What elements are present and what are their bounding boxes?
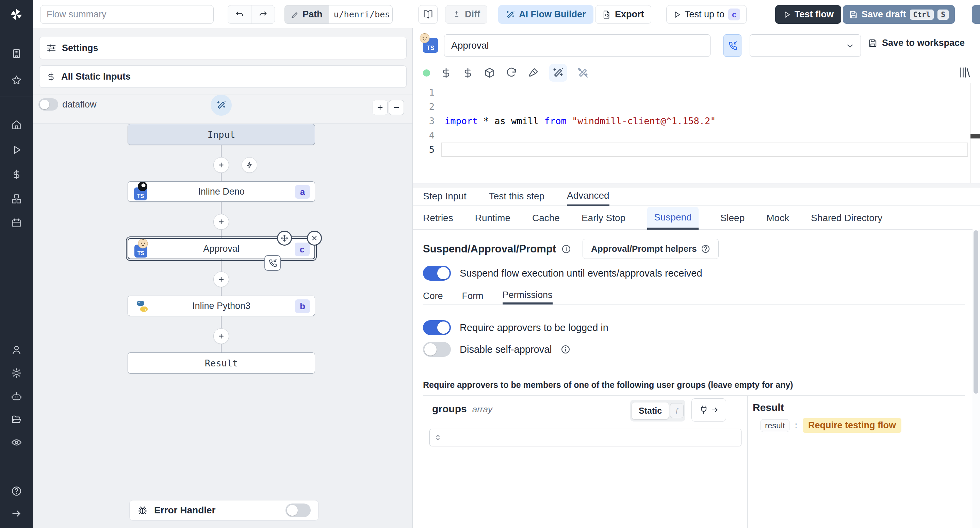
tab-test-this-step[interactable]: Test this step [489,187,544,205]
home-icon[interactable] [11,119,22,130]
tab-advanced[interactable]: Advanced [567,187,609,206]
audit-eye-icon[interactable] [11,437,22,448]
editor-gutter: 1 2 3 4 5 [413,85,434,157]
settings-gear-icon[interactable] [11,368,22,378]
node-approval-label: Approval [203,243,240,254]
deploy-button-partial[interactable] [972,5,980,24]
add-trigger-button[interactable] [242,157,257,173]
help-icon[interactable] [11,486,22,496]
redo-button[interactable] [251,5,275,24]
baby-emoji-icon [420,33,430,43]
runs-play-icon[interactable] [11,145,22,155]
reset-rotate-icon[interactable] [506,67,517,79]
users-icon[interactable] [11,345,22,355]
add-step-button[interactable] [213,328,229,344]
tab-mock[interactable]: Mock [766,207,789,229]
favorites-star-icon[interactable] [11,75,22,85]
workspace-script-dropdown[interactable] [749,34,861,57]
add-step-button[interactable] [213,157,229,173]
deno-icon [137,181,148,192]
error-handler-toggle[interactable] [285,504,311,517]
tab-step-input[interactable]: Step Input [423,187,466,205]
tab-retries[interactable]: Retries [423,207,453,229]
save-draft-button[interactable]: Save draft Ctrl S [843,5,955,24]
tab-suspend[interactable]: Suspend [647,207,698,230]
code-editor[interactable]: 1 2 3 4 5 import * as wmill from "windmi… [413,83,980,183]
format-paintbrush-icon[interactable] [527,67,539,79]
tab-form[interactable]: Form [462,288,484,304]
require-login-toggle[interactable] [423,320,451,335]
edit-path-button[interactable]: Path [285,5,329,24]
chevron-down-icon [845,41,855,51]
tab-permissions[interactable]: Permissions [503,288,553,304]
tab-core[interactable]: Core [423,288,443,304]
ai-flow-builder-button[interactable]: AI Flow Builder [498,5,593,24]
add-step-button[interactable] [213,214,229,230]
flow-settings-card[interactable]: Settings [39,37,407,59]
test-flow-label: Test flow [795,9,834,20]
docs-button[interactable] [418,5,438,24]
scrollbar-thumb[interactable] [974,230,978,394]
wand-sparkles-icon [216,100,226,110]
ai-assistant-button[interactable] [549,64,567,82]
resources-dollar-icon[interactable] [462,67,474,79]
all-static-inputs-card[interactable]: All Static Inputs [39,65,407,88]
error-handler-card[interactable]: Error Handler [129,500,318,520]
disable-self-approval-toggle[interactable] [423,342,451,357]
move-step-button[interactable] [277,231,292,246]
tab-sleep[interactable]: Sleep [721,207,745,229]
tab-shared-directory[interactable]: Shared Directory [811,207,882,229]
diff-icon [452,10,461,19]
plus-icon [217,217,226,226]
approval-prompt-helpers-button[interactable]: Approval/Prompt helpers [582,239,719,259]
folders-icon[interactable] [11,414,22,425]
tab-runtime[interactable]: Runtime [475,207,511,229]
info-icon[interactable] [562,244,571,254]
editor-code[interactable]: import * as wmill from "windmill-client@… [445,85,967,183]
zoom-out-button[interactable] [389,100,404,115]
resources-boxes-icon[interactable] [11,194,22,204]
tab-early-stop[interactable]: Early Stop [582,207,625,229]
ai-off-wand-icon[interactable] [577,67,589,79]
flow-summary-input[interactable] [40,5,214,24]
suspend-phone-button[interactable] [724,34,741,57]
static-mode-button[interactable]: Static [632,402,669,419]
panel-scrollbar[interactable] [972,230,980,528]
export-button[interactable]: Export [595,5,651,24]
variables-dollar-icon[interactable] [440,67,452,79]
save-to-workspace-button[interactable]: Save to workspace [868,38,965,48]
expand-sidebar-arrow-icon[interactable] [11,508,22,519]
plus-icon [217,161,226,169]
add-step-button[interactable] [213,272,229,287]
library-icon[interactable] [959,66,971,79]
workers-bot-icon[interactable] [11,391,22,402]
node-approval-selected[interactable]: TS Approval c [127,238,315,259]
diff-button[interactable]: Diff [445,5,487,24]
expression-mode-button[interactable] [670,403,684,418]
variables-dollar-icon[interactable] [11,169,22,180]
zoom-in-button[interactable] [372,100,388,115]
test-up-to-button[interactable]: Test up to c [666,5,746,24]
editor-toolbar [423,64,589,81]
disable-self-approval-label: Disable self-approval [460,344,552,355]
groups-array-input[interactable] [430,429,741,446]
node-input[interactable]: Input [127,124,315,145]
node-inline-deno[interactable]: TS Inline Deno a [127,181,315,202]
delete-step-button[interactable] [307,231,322,246]
wand-sparkles-icon [506,10,515,19]
tab-cache[interactable]: Cache [532,207,560,229]
ai-graph-wand-button[interactable] [211,95,232,116]
info-icon[interactable] [561,345,570,354]
step-name-input[interactable] [444,34,711,57]
node-inline-python3[interactable]: Inline Python3 b [127,296,315,316]
test-flow-button[interactable]: Test flow [775,5,841,24]
package-icon[interactable] [484,67,495,79]
dataflow-toggle[interactable] [38,98,58,111]
path-value[interactable]: u/henri/bes [329,5,393,24]
schedules-calendar-icon[interactable] [11,218,22,228]
undo-button[interactable] [228,5,251,24]
suspend-flow-toggle[interactable] [423,266,451,281]
connect-input-button[interactable] [692,398,726,421]
workspace-icon[interactable] [11,48,22,59]
node-result[interactable]: Result [127,353,315,374]
